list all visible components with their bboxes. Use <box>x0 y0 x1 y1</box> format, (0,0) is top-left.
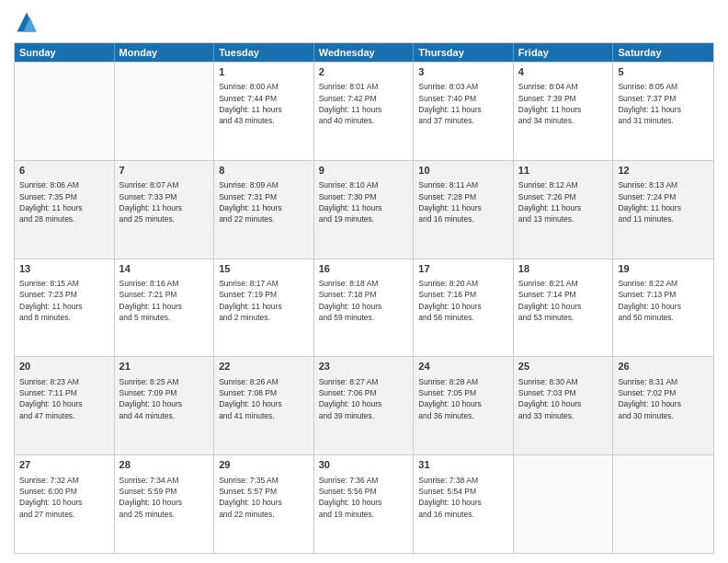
day-number: 2 <box>319 65 409 79</box>
cal-header-saturday: Saturday <box>613 43 713 62</box>
day-number: 21 <box>119 360 210 373</box>
cal-cell-day-19: 19Sunrise: 8:22 AMSunset: 7:13 PMDayligh… <box>613 259 713 357</box>
cal-cell-day-26: 26Sunrise: 8:31 AMSunset: 7:02 PMDayligh… <box>613 357 713 454</box>
day-number: 1 <box>219 65 309 79</box>
cell-text: Sunrise: 8:10 AMSunset: 7:30 PMDaylight:… <box>319 179 409 224</box>
cal-header-tuesday: Tuesday <box>214 43 314 62</box>
day-number: 29 <box>219 458 309 472</box>
cal-cell-day-7: 7Sunrise: 8:07 AMSunset: 7:33 PMDaylight… <box>115 161 215 259</box>
cell-text: Sunrise: 8:22 AMSunset: 7:13 PMDaylight:… <box>618 278 709 323</box>
cal-cell-day-18: 18Sunrise: 8:21 AMSunset: 7:14 PMDayligh… <box>514 259 614 357</box>
cell-text: Sunrise: 8:27 AMSunset: 7:06 PMDaylight:… <box>319 376 409 421</box>
cell-text: Sunrise: 8:04 AMSunset: 7:39 PMDaylight:… <box>518 81 609 126</box>
day-number: 30 <box>319 458 409 472</box>
cal-cell-day-16: 16Sunrise: 8:18 AMSunset: 7:18 PMDayligh… <box>314 259 415 357</box>
cell-text: Sunrise: 8:15 AMSunset: 7:23 PMDaylight:… <box>19 278 109 323</box>
day-number: 28 <box>119 458 210 472</box>
cell-text: Sunrise: 7:36 AMSunset: 5:56 PMDaylight:… <box>319 475 409 520</box>
cal-week-5: 27Sunrise: 7:32 AMSunset: 6:00 PMDayligh… <box>15 454 713 553</box>
cal-cell-day-23: 23Sunrise: 8:27 AMSunset: 7:06 PMDayligh… <box>314 357 415 454</box>
cal-cell-day-27: 27Sunrise: 7:32 AMSunset: 6:00 PMDayligh… <box>15 455 115 553</box>
cell-text: Sunrise: 8:28 AMSunset: 7:05 PMDaylight:… <box>418 376 508 421</box>
cell-text: Sunrise: 8:21 AMSunset: 7:14 PMDaylight:… <box>518 278 609 323</box>
page: SundayMondayTuesdayWednesdayThursdayFrid… <box>0 0 728 563</box>
cal-week-2: 6Sunrise: 8:06 AMSunset: 7:35 PMDaylight… <box>15 160 713 259</box>
header <box>14 9 714 35</box>
day-number: 19 <box>618 262 709 276</box>
cal-header-friday: Friday <box>514 43 614 62</box>
cal-cell-day-8: 8Sunrise: 8:09 AMSunset: 7:31 PMDaylight… <box>214 161 314 259</box>
day-number: 24 <box>418 360 508 373</box>
cell-text: Sunrise: 8:30 AMSunset: 7:03 PMDaylight:… <box>518 376 609 421</box>
day-number: 27 <box>19 458 109 472</box>
cell-text: Sunrise: 8:16 AMSunset: 7:21 PMDaylight:… <box>119 278 210 323</box>
day-number: 31 <box>418 458 508 472</box>
cal-cell-empty <box>514 455 614 553</box>
day-number: 10 <box>418 164 508 178</box>
cell-text: Sunrise: 7:34 AMSunset: 5:59 PMDaylight:… <box>119 475 210 520</box>
cal-cell-day-30: 30Sunrise: 7:36 AMSunset: 5:56 PMDayligh… <box>314 455 415 553</box>
day-number: 25 <box>518 360 609 373</box>
day-number: 18 <box>518 262 609 276</box>
cell-text: Sunrise: 8:00 AMSunset: 7:44 PMDaylight:… <box>219 81 309 126</box>
cell-text: Sunrise: 8:07 AMSunset: 7:33 PMDaylight:… <box>119 179 210 224</box>
day-number: 11 <box>518 164 609 178</box>
cell-text: Sunrise: 8:12 AMSunset: 7:26 PMDaylight:… <box>518 179 609 224</box>
cal-cell-empty <box>15 63 115 160</box>
cell-text: Sunrise: 8:03 AMSunset: 7:40 PMDaylight:… <box>418 81 508 126</box>
day-number: 3 <box>418 65 508 79</box>
cal-cell-day-13: 13Sunrise: 8:15 AMSunset: 7:23 PMDayligh… <box>15 259 115 357</box>
cell-text: Sunrise: 8:11 AMSunset: 7:28 PMDaylight:… <box>418 179 508 224</box>
day-number: 7 <box>119 164 210 178</box>
day-number: 22 <box>219 360 309 373</box>
cal-cell-day-21: 21Sunrise: 8:25 AMSunset: 7:09 PMDayligh… <box>115 357 215 454</box>
day-number: 15 <box>219 262 309 276</box>
day-number: 12 <box>618 164 709 178</box>
cell-text: Sunrise: 8:01 AMSunset: 7:42 PMDaylight:… <box>319 81 409 126</box>
cal-header-monday: Monday <box>115 43 215 62</box>
cal-cell-day-9: 9Sunrise: 8:10 AMSunset: 7:30 PMDaylight… <box>314 161 415 259</box>
day-number: 14 <box>119 262 210 276</box>
day-number: 23 <box>319 360 409 373</box>
calendar-header-row: SundayMondayTuesdayWednesdayThursdayFrid… <box>15 43 713 62</box>
cal-cell-day-6: 6Sunrise: 8:06 AMSunset: 7:35 PMDaylight… <box>15 161 115 259</box>
logo-icon <box>14 9 40 35</box>
cal-cell-day-17: 17Sunrise: 8:20 AMSunset: 7:16 PMDayligh… <box>414 259 514 357</box>
cal-cell-day-28: 28Sunrise: 7:34 AMSunset: 5:59 PMDayligh… <box>115 455 215 553</box>
cal-cell-day-14: 14Sunrise: 8:16 AMSunset: 7:21 PMDayligh… <box>115 259 215 357</box>
cell-text: Sunrise: 7:38 AMSunset: 5:54 PMDaylight:… <box>418 475 508 520</box>
cal-cell-day-15: 15Sunrise: 8:17 AMSunset: 7:19 PMDayligh… <box>214 259 314 357</box>
cell-text: Sunrise: 8:13 AMSunset: 7:24 PMDaylight:… <box>618 179 709 224</box>
cal-cell-empty <box>613 455 713 553</box>
cell-text: Sunrise: 8:17 AMSunset: 7:19 PMDaylight:… <box>219 278 309 323</box>
cell-text: Sunrise: 7:35 AMSunset: 5:57 PMDaylight:… <box>219 475 309 520</box>
day-number: 17 <box>418 262 508 276</box>
cell-text: Sunrise: 8:09 AMSunset: 7:31 PMDaylight:… <box>219 179 309 224</box>
cal-cell-day-29: 29Sunrise: 7:35 AMSunset: 5:57 PMDayligh… <box>214 455 314 553</box>
cal-cell-day-1: 1Sunrise: 8:00 AMSunset: 7:44 PMDaylight… <box>214 63 314 160</box>
cal-cell-day-24: 24Sunrise: 8:28 AMSunset: 7:05 PMDayligh… <box>414 357 514 454</box>
cal-cell-day-31: 31Sunrise: 7:38 AMSunset: 5:54 PMDayligh… <box>414 455 514 553</box>
cal-cell-day-20: 20Sunrise: 8:23 AMSunset: 7:11 PMDayligh… <box>15 357 115 454</box>
cal-cell-day-12: 12Sunrise: 8:13 AMSunset: 7:24 PMDayligh… <box>613 161 713 259</box>
cell-text: Sunrise: 7:32 AMSunset: 6:00 PMDaylight:… <box>19 475 109 520</box>
cal-cell-day-3: 3Sunrise: 8:03 AMSunset: 7:40 PMDaylight… <box>414 63 514 160</box>
cal-cell-day-4: 4Sunrise: 8:04 AMSunset: 7:39 PMDaylight… <box>514 63 614 160</box>
day-number: 4 <box>518 65 609 79</box>
logo <box>14 9 43 35</box>
cal-cell-day-11: 11Sunrise: 8:12 AMSunset: 7:26 PMDayligh… <box>514 161 614 259</box>
cell-text: Sunrise: 8:18 AMSunset: 7:18 PMDaylight:… <box>319 278 409 323</box>
day-number: 20 <box>19 360 109 373</box>
cell-text: Sunrise: 8:31 AMSunset: 7:02 PMDaylight:… <box>618 376 709 421</box>
cell-text: Sunrise: 8:05 AMSunset: 7:37 PMDaylight:… <box>618 81 709 126</box>
day-number: 9 <box>319 164 409 178</box>
cell-text: Sunrise: 8:20 AMSunset: 7:16 PMDaylight:… <box>418 278 508 323</box>
cal-cell-day-22: 22Sunrise: 8:26 AMSunset: 7:08 PMDayligh… <box>214 357 314 454</box>
cal-cell-day-5: 5Sunrise: 8:05 AMSunset: 7:37 PMDaylight… <box>613 63 713 160</box>
cal-week-3: 13Sunrise: 8:15 AMSunset: 7:23 PMDayligh… <box>15 259 713 357</box>
cal-week-1: 1Sunrise: 8:00 AMSunset: 7:44 PMDaylight… <box>15 62 713 160</box>
cell-text: Sunrise: 8:26 AMSunset: 7:08 PMDaylight:… <box>219 376 309 421</box>
cal-header-thursday: Thursday <box>414 43 514 62</box>
day-number: 5 <box>618 65 709 79</box>
calendar-body: 1Sunrise: 8:00 AMSunset: 7:44 PMDaylight… <box>15 62 713 553</box>
